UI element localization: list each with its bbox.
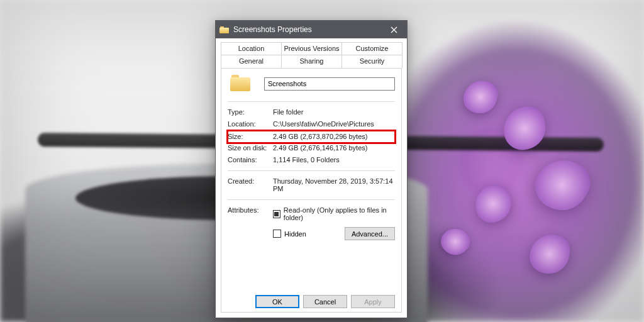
tab-previous-versions[interactable]: Previous Versions <box>281 42 342 55</box>
tab-security[interactable]: Security <box>341 55 402 68</box>
dialog-button-bar: OK Cancel Apply <box>228 290 395 308</box>
row-size: Size: 2.49 GB (2,673,870,296 bytes) <box>228 131 395 143</box>
row-attributes: Attributes: Read-only (Only applies to f… <box>228 205 395 225</box>
separator <box>228 101 395 102</box>
ok-button[interactable]: OK <box>255 295 299 308</box>
label-attributes: Attributes: <box>228 206 273 221</box>
row-contains: Contains: 1,114 Files, 0 Folders <box>228 155 395 167</box>
label-type: Type: <box>228 108 273 116</box>
checkbox-icon <box>273 230 281 238</box>
value-size-on-disk: 2.49 GB (2,676,146,176 bytes) <box>273 144 395 152</box>
label-contains: Contains: <box>228 156 273 164</box>
tab-sharing[interactable]: Sharing <box>281 55 342 68</box>
row-type: Type: File folder <box>228 107 395 119</box>
advanced-button[interactable]: Advanced... <box>345 227 395 240</box>
folder-name-input[interactable] <box>264 77 395 91</box>
close-button[interactable] <box>380 21 407 38</box>
checkbox-hidden-label: Hidden <box>284 230 306 238</box>
cancel-button[interactable]: Cancel <box>303 295 347 308</box>
value-location: C:\Users\fatiw\OneDrive\Pictures <box>273 120 395 128</box>
separator <box>228 170 395 171</box>
tab-general[interactable]: General <box>221 55 282 68</box>
tab-location[interactable]: Location <box>221 42 282 55</box>
folder-icon <box>219 25 230 35</box>
row-location: Location: C:\Users\fatiw\OneDrive\Pictur… <box>228 119 395 131</box>
row-size-on-disk: Size on disk: 2.49 GB (2,676,146,176 byt… <box>228 143 395 155</box>
label-size-on-disk: Size on disk: <box>228 144 273 152</box>
label-created: Created: <box>228 177 273 192</box>
window-title: Screenshots Properties <box>233 25 380 34</box>
tab-panel-general: Type: File folder Location: C:\Users\fat… <box>221 69 402 313</box>
tab-customize[interactable]: Customize <box>341 42 402 55</box>
dialog-body: Location Previous Versions Customize Gen… <box>216 38 407 318</box>
row-created: Created: Thursday, November 28, 2019, 3:… <box>228 176 395 196</box>
checkbox-readonly[interactable]: Read-only (Only applies to files in fold… <box>273 206 395 221</box>
value-type: File folder <box>273 108 395 116</box>
checkbox-hidden[interactable]: Hidden <box>273 230 306 238</box>
checkbox-icon <box>273 210 280 218</box>
folder-icon <box>230 75 250 92</box>
apply-button[interactable]: Apply <box>351 295 395 308</box>
value-size: 2.49 GB (2,673,870,296 bytes) <box>273 133 395 140</box>
checkbox-readonly-label: Read-only (Only applies to files in fold… <box>284 206 395 221</box>
separator <box>228 199 395 200</box>
close-icon <box>391 26 397 33</box>
value-contains: 1,114 Files, 0 Folders <box>273 156 395 164</box>
value-created: Thursday, November 28, 2019, 3:57:14 PM <box>273 177 395 192</box>
label-location: Location: <box>228 120 273 128</box>
label-size: Size: <box>228 133 273 140</box>
tabstrip: Location Previous Versions Customize Gen… <box>221 42 402 69</box>
properties-dialog: Screenshots Properties Location Previous… <box>215 20 408 318</box>
titlebar[interactable]: Screenshots Properties <box>216 21 407 38</box>
